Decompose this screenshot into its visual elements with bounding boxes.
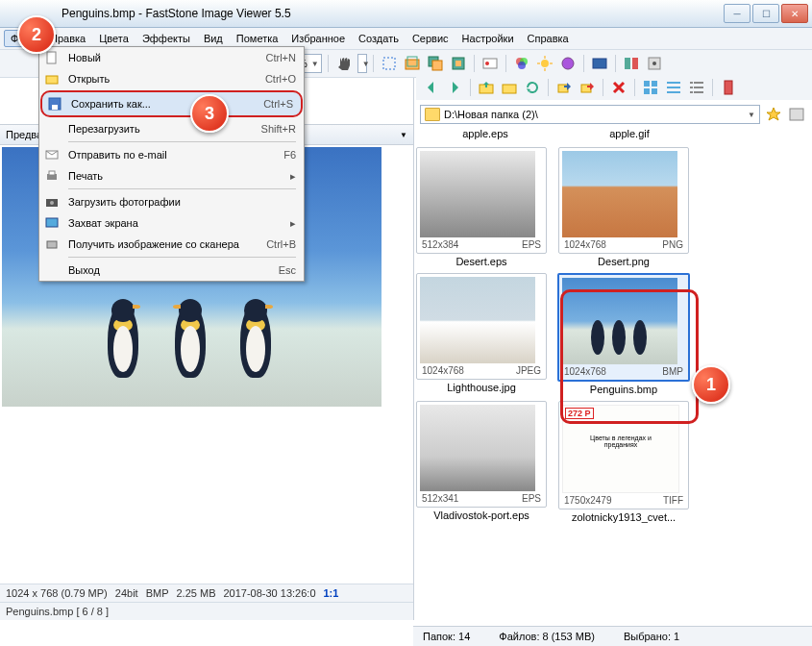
titlebar: Penguins.bmp - FastStone Image Viewer 5.… [0,0,812,28]
menu-item-scanner[interactable]: Получить изображение со сканераCtrl+B [39,234,304,255]
thumbnail-name: apple.gif [568,128,691,139]
menu-favorites[interactable]: Избранное [284,30,352,47]
svg-rect-41 [47,52,56,63]
adjust-colors-icon[interactable] [512,54,531,73]
capture-icon [43,214,61,232]
svg-rect-51 [47,241,57,248]
window-title: Penguins.bmp - FastStone Image Viewer 5.… [4,7,724,20]
svg-point-12 [541,60,549,67]
menu-item-download-photos[interactable]: Загрузить фотографии [39,191,304,212]
favorite-icon[interactable] [764,105,783,124]
scanner-icon [43,236,61,253]
rect-select-icon[interactable] [380,54,399,73]
settings-icon[interactable] [645,54,664,73]
svg-point-49 [50,201,54,205]
thumbnail-item[interactable]: 512x341EPSVladivostok-port.eps [418,401,545,523]
menu-tag[interactable]: Пометка [230,30,285,47]
thumbnail-grid[interactable]: apple.eps apple.gif 512x384EPSDesert.eps… [414,126,812,620]
menu-item-screen-capture[interactable]: Захват экрана▸ [39,212,304,234]
status-bar: Папок: 14 Файлов: 8 (153 MB) Выбрано: 1 [413,626,812,646]
menu-view[interactable]: Вид [197,30,230,47]
close-button[interactable]: ✕ [781,4,808,23]
callout-1: 1 [692,365,730,404]
callout-3: 3 [190,94,229,133]
menu-item-open[interactable]: ОткрытьCtrl+O [39,68,304,89]
path-input[interactable]: D:\Новая папка (2)\▼ [420,105,760,124]
svg-rect-0 [383,58,395,69]
thumbnail-item-selected[interactable]: 1024x768BMPPenguins.bmp [560,273,687,395]
hand-dropdown[interactable]: ▼ [357,54,367,73]
svg-rect-18 [593,59,606,68]
callout-2: 2 [17,15,56,54]
svg-point-17 [562,58,574,69]
image-info-bar: 1024 x 768 (0.79 MP)24bitBMP2.25 MB2017-… [0,584,413,602]
svg-rect-50 [46,218,58,227]
svg-rect-20 [632,58,638,69]
maximize-button[interactable]: ☐ [752,4,779,23]
menu-service[interactable]: Сервис [406,30,455,47]
folder-icon [425,108,440,121]
canvas-icon[interactable] [449,54,468,73]
resize-icon[interactable] [426,54,445,73]
slideshow-icon[interactable] [590,54,609,73]
thumbnail-item[interactable]: 272 PЦветы в легендах и преданиях1750x24… [560,401,687,523]
menu-item-reload[interactable]: ПерезагрузитьShift+R [39,118,304,139]
full-screen-icon[interactable] [787,105,806,124]
print-icon [43,167,61,185]
thumbnail-item[interactable]: 512x384EPSDesert.eps [418,147,545,267]
draw-icon[interactable] [480,54,500,73]
menu-item-new[interactable]: НовыйCtrl+N [39,47,304,68]
effects-icon[interactable] [558,54,578,73]
menu-effects[interactable]: Эффекты [135,30,197,47]
menu-item-exit[interactable]: ВыходEsc [39,260,304,281]
svg-rect-44 [52,105,58,110]
svg-rect-4 [432,61,442,70]
svg-rect-19 [625,58,630,69]
menu-help[interactable]: Справка [521,30,576,47]
svg-rect-52 [790,109,803,120]
svg-rect-6 [455,61,461,66]
open-folder-icon [43,70,61,87]
thumbnail-name: apple.eps [424,128,547,139]
light-icon[interactable] [535,54,554,73]
menu-item-print[interactable]: Печать▸ [39,165,304,186]
menu-settings[interactable]: Настройки [455,30,521,47]
minimize-button[interactable]: ─ [724,4,750,23]
thumbnail-item[interactable]: 1024x768JPEGLighthouse.jpg [418,273,545,395]
file-counter: Penguins.bmp [ 6 / 8 ] [0,602,413,620]
menu-item-save-as[interactable]: Сохранить как...Ctrl+S [40,90,303,117]
menu-colors[interactable]: Цвета [92,30,135,47]
camera-icon [43,193,61,211]
svg-rect-42 [46,76,58,84]
menu-item-email[interactable]: Отправить по e-mailF6 [39,144,304,165]
hand-icon[interactable] [334,54,354,73]
svg-point-22 [652,62,656,65]
svg-rect-47 [49,171,55,175]
svg-point-11 [518,62,526,69]
crop-icon[interactable] [403,54,422,73]
menu-create[interactable]: Создать [352,30,406,47]
mail-icon [43,146,61,163]
new-file-icon [43,49,61,66]
file-menu-dropdown: НовыйCtrl+N ОткрытьCtrl+O Сохранить как.… [38,46,305,282]
save-icon [46,95,63,112]
svg-point-8 [485,62,489,65]
path-bar: D:\Новая папка (2)\▼ [414,103,812,126]
compare-icon[interactable] [622,54,641,73]
thumbnail-item[interactable]: 1024x768PNGDesert.png [560,147,687,267]
